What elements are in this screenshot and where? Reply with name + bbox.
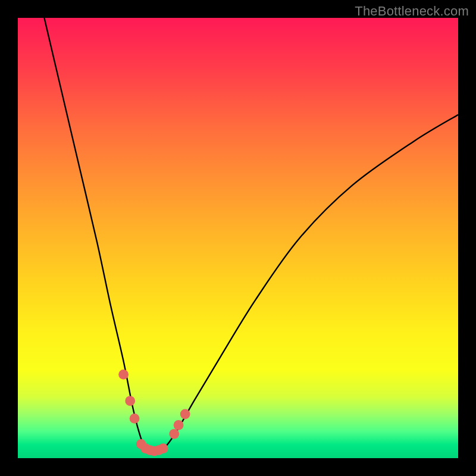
curve-layer [18, 18, 458, 458]
marker-dot [169, 429, 179, 439]
marker-dot [158, 443, 168, 453]
chart-frame: TheBottleneck.com [0, 0, 476, 476]
curve-markers [118, 369, 190, 456]
marker-dot [118, 369, 129, 380]
watermark-text: TheBottleneck.com [355, 4, 469, 19]
bottleneck-curve [44, 18, 458, 454]
marker-dot [180, 409, 190, 419]
marker-dot [130, 414, 140, 424]
marker-dot [125, 396, 135, 406]
plot-area [18, 18, 458, 458]
marker-dot [174, 420, 184, 430]
